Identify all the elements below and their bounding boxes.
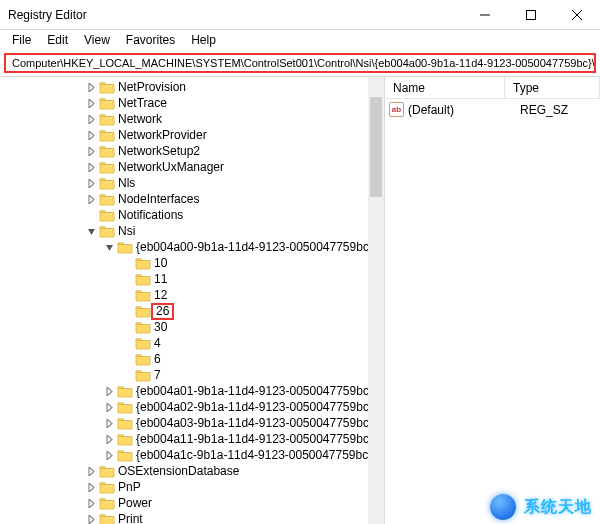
menu-favorites[interactable]: Favorites [118,31,183,49]
tree-item[interactable]: Network [0,111,384,127]
folder-icon [135,288,151,303]
folder-icon [99,192,115,207]
tree-item[interactable]: 10 [0,255,384,271]
folder-icon [135,352,151,367]
tree-item[interactable]: 4 [0,335,384,351]
tree-item[interactable]: {eb004a11-9b1a-11d4-9123-0050047759bc} [0,431,384,447]
chevron-right-icon[interactable] [103,401,115,413]
column-name-header[interactable]: Name [385,77,505,98]
tree-item-label: Nls [118,176,135,190]
value-type: REG_SZ [520,103,568,117]
menu-help[interactable]: Help [183,31,224,49]
tree-item-label: NetworkSetup2 [118,144,200,158]
tree-item[interactable]: Power [0,495,384,511]
tree-item[interactable]: NetworkProvider [0,127,384,143]
tree-item-label: NetProvision [118,80,186,94]
chevron-right-icon[interactable] [85,129,97,141]
expander-placeholder [121,337,133,349]
chevron-right-icon[interactable] [85,497,97,509]
menu-edit[interactable]: Edit [39,31,76,49]
value-row[interactable]: ab(Default)REG_SZ [385,101,600,118]
address-bar[interactable]: Computer\HKEY_LOCAL_MACHINE\SYSTEM\Contr… [4,53,596,73]
folder-icon [117,240,133,255]
tree-item-label: 6 [154,352,161,366]
chevron-right-icon[interactable] [85,97,97,109]
expander-placeholder [121,369,133,381]
chevron-right-icon[interactable] [85,481,97,493]
value-name: (Default) [408,103,520,117]
tree-item-label: 26 [151,303,174,320]
chevron-right-icon[interactable] [85,81,97,93]
tree-item[interactable]: {eb004a00-9b1a-11d4-9123-0050047759bc} [0,239,384,255]
tree-item-label: 7 [154,368,161,382]
chevron-right-icon[interactable] [103,433,115,445]
tree-item[interactable]: 7 [0,367,384,383]
chevron-right-icon[interactable] [85,513,97,524]
tree-item-label: NetworkUxManager [118,160,224,174]
window-controls [462,0,600,29]
folder-icon [99,208,115,223]
tree-item[interactable]: PnP [0,479,384,495]
maximize-button[interactable] [508,0,554,29]
tree-item[interactable]: 26 [0,303,384,319]
chevron-down-icon[interactable] [85,225,97,237]
content-area: NetProvisionNetTraceNetworkNetworkProvid… [0,76,600,524]
tree-item[interactable]: NetworkSetup2 [0,143,384,159]
minimize-icon [480,10,490,20]
tree-item[interactable]: 11 [0,271,384,287]
tree-item[interactable]: NetworkUxManager [0,159,384,175]
tree-item[interactable]: {eb004a01-9b1a-11d4-9123-0050047759bc} [0,383,384,399]
chevron-right-icon[interactable] [85,161,97,173]
tree-item[interactable]: {eb004a1c-9b1a-11d4-9123-0050047759bc} [0,447,384,463]
expander-placeholder [121,273,133,285]
chevron-right-icon[interactable] [85,145,97,157]
chevron-right-icon[interactable] [103,385,115,397]
values-header: Name Type [385,77,600,99]
tree-item[interactable]: {eb004a03-9b1a-11d4-9123-0050047759bc} [0,415,384,431]
tree-item[interactable]: Print [0,511,384,524]
menu-file[interactable]: File [4,31,39,49]
tree-item[interactable]: Nls [0,175,384,191]
minimize-button[interactable] [462,0,508,29]
chevron-right-icon[interactable] [103,449,115,461]
tree-item[interactable]: Nsi [0,223,384,239]
tree-item-label: NetworkProvider [118,128,207,142]
address-bar-container: Computer\HKEY_LOCAL_MACHINE\SYSTEM\Contr… [0,50,600,76]
tree-item-label: 12 [154,288,167,302]
tree-item-label: Nsi [118,224,135,238]
folder-icon [117,384,133,399]
tree-item-label: PnP [118,480,141,494]
tree-item[interactable]: 30 [0,319,384,335]
chevron-down-icon[interactable] [103,241,115,253]
values-list[interactable]: ab(Default)REG_SZ [385,99,600,118]
chevron-right-icon[interactable] [85,193,97,205]
tree-item-label: 4 [154,336,161,350]
tree-item[interactable]: 12 [0,287,384,303]
tree-item[interactable]: NetTrace [0,95,384,111]
tree-item[interactable]: OSExtensionDatabase [0,463,384,479]
tree-item[interactable]: {eb004a02-9b1a-11d4-9123-0050047759bc} [0,399,384,415]
tree-item-label: Notifications [118,208,183,222]
registry-tree[interactable]: NetProvisionNetTraceNetworkNetworkProvid… [0,77,384,524]
tree-item[interactable]: Notifications [0,207,384,223]
tree-scrollbar[interactable] [368,77,384,524]
tree-scrollbar-thumb[interactable] [370,97,382,197]
chevron-right-icon[interactable] [85,177,97,189]
tree-item[interactable]: NodeInterfaces [0,191,384,207]
tree-item[interactable]: NetProvision [0,79,384,95]
menu-view[interactable]: View [76,31,118,49]
tree-item-label: OSExtensionDatabase [118,464,239,478]
tree-item-label: {eb004a01-9b1a-11d4-9123-0050047759bc} [136,384,373,398]
tree-item-label: 30 [154,320,167,334]
chevron-right-icon[interactable] [85,113,97,125]
column-type-header[interactable]: Type [505,77,600,98]
folder-icon [135,256,151,271]
close-button[interactable] [554,0,600,29]
chevron-right-icon[interactable] [85,465,97,477]
window-title: Registry Editor [8,8,462,22]
chevron-right-icon[interactable] [103,417,115,429]
folder-icon [99,224,115,239]
maximize-icon [526,10,536,20]
tree-item[interactable]: 6 [0,351,384,367]
tree-item-label: {eb004a00-9b1a-11d4-9123-0050047759bc} [136,240,373,254]
